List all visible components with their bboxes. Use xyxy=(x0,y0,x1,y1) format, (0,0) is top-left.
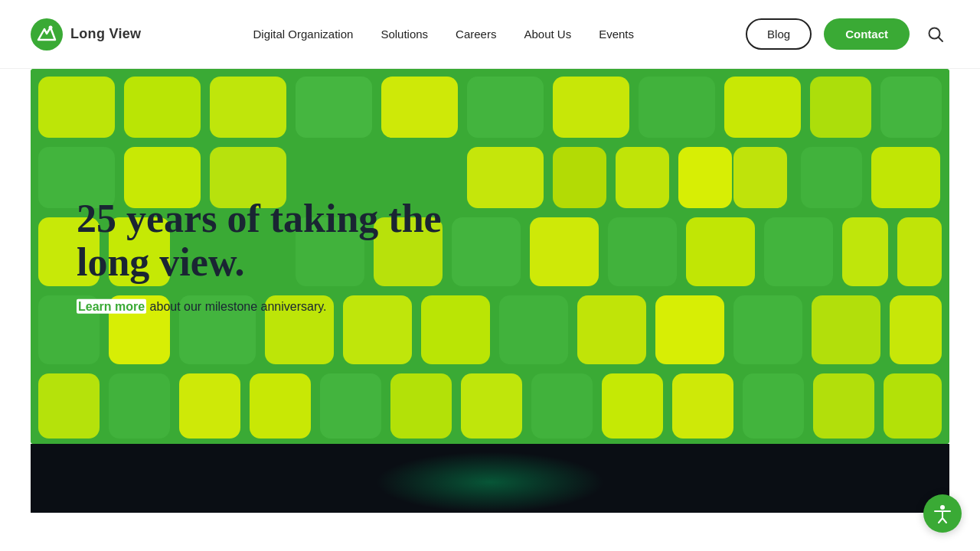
nav-solutions[interactable]: Solutions xyxy=(381,28,428,41)
svg-rect-10 xyxy=(467,77,544,138)
svg-rect-23 xyxy=(733,147,787,208)
svg-rect-34 xyxy=(764,217,833,286)
nav-digital-org[interactable]: Digital Organization xyxy=(253,28,353,41)
hero-title: 25 years of taking the long view. xyxy=(77,197,475,284)
svg-line-3 xyxy=(938,37,942,41)
main-nav: Digital Organization Solutions Careers A… xyxy=(253,28,634,41)
svg-rect-14 xyxy=(810,77,871,138)
hero-learn-more-link[interactable]: Learn more xyxy=(77,299,146,314)
svg-rect-5 xyxy=(38,77,115,138)
logo-icon xyxy=(31,18,63,51)
svg-rect-19 xyxy=(467,147,544,208)
svg-rect-36 xyxy=(897,217,942,286)
svg-rect-56 xyxy=(531,373,593,439)
search-button[interactable] xyxy=(922,21,949,48)
svg-rect-57 xyxy=(602,373,663,439)
svg-rect-12 xyxy=(639,77,715,138)
svg-rect-8 xyxy=(296,77,372,138)
svg-rect-47 xyxy=(812,295,880,364)
svg-rect-21 xyxy=(616,147,669,208)
hero-content: 25 years of taking the long view. Learn … xyxy=(77,197,475,316)
accessibility-icon xyxy=(932,503,953,513)
svg-rect-24 xyxy=(801,147,862,208)
svg-rect-25 xyxy=(871,147,940,208)
blog-button[interactable]: Blog xyxy=(746,18,812,50)
svg-rect-33 xyxy=(686,217,755,286)
svg-rect-49 xyxy=(38,373,100,439)
contact-button[interactable]: Contact xyxy=(824,18,910,50)
svg-rect-58 xyxy=(672,373,733,439)
svg-rect-50 xyxy=(109,373,170,439)
hero-subtitle: Learn more about our milestone anniversa… xyxy=(77,298,475,316)
nav-events[interactable]: Events xyxy=(599,28,634,41)
svg-rect-15 xyxy=(880,77,942,138)
svg-rect-46 xyxy=(733,295,802,364)
logo-link[interactable]: Long View xyxy=(31,18,141,51)
svg-rect-59 xyxy=(743,373,804,439)
svg-rect-9 xyxy=(381,77,458,138)
svg-rect-51 xyxy=(179,373,240,439)
svg-rect-44 xyxy=(577,295,646,364)
svg-rect-55 xyxy=(461,373,522,439)
hero-subtitle-text: about our milestone anniversary. xyxy=(146,300,326,313)
bottom-glow xyxy=(375,452,605,513)
svg-rect-7 xyxy=(210,77,286,138)
svg-rect-22 xyxy=(678,147,732,208)
search-icon xyxy=(927,26,944,43)
svg-rect-54 xyxy=(390,373,452,439)
svg-rect-43 xyxy=(499,295,568,364)
svg-rect-20 xyxy=(553,147,606,208)
svg-rect-45 xyxy=(655,295,724,364)
navbar-actions: Blog Contact xyxy=(746,18,949,50)
svg-rect-60 xyxy=(813,373,874,439)
svg-point-62 xyxy=(940,505,945,510)
svg-rect-52 xyxy=(250,373,311,439)
svg-rect-11 xyxy=(553,77,629,138)
logo-text: Long View xyxy=(70,26,141,42)
nav-careers[interactable]: Careers xyxy=(456,28,496,41)
svg-rect-6 xyxy=(124,77,201,138)
svg-rect-13 xyxy=(724,77,801,138)
svg-rect-31 xyxy=(530,217,599,286)
svg-rect-35 xyxy=(842,217,888,286)
bottom-section xyxy=(31,444,949,513)
hero-section: 25 years of taking the long view. Learn … xyxy=(31,69,949,444)
svg-point-1 xyxy=(49,25,53,29)
nav-about-us[interactable]: About Us xyxy=(524,28,571,41)
svg-rect-48 xyxy=(890,295,942,364)
svg-rect-32 xyxy=(608,217,677,286)
svg-rect-53 xyxy=(320,373,381,439)
svg-rect-61 xyxy=(884,373,942,439)
navbar: Long View Digital Organization Solutions… xyxy=(0,0,980,69)
